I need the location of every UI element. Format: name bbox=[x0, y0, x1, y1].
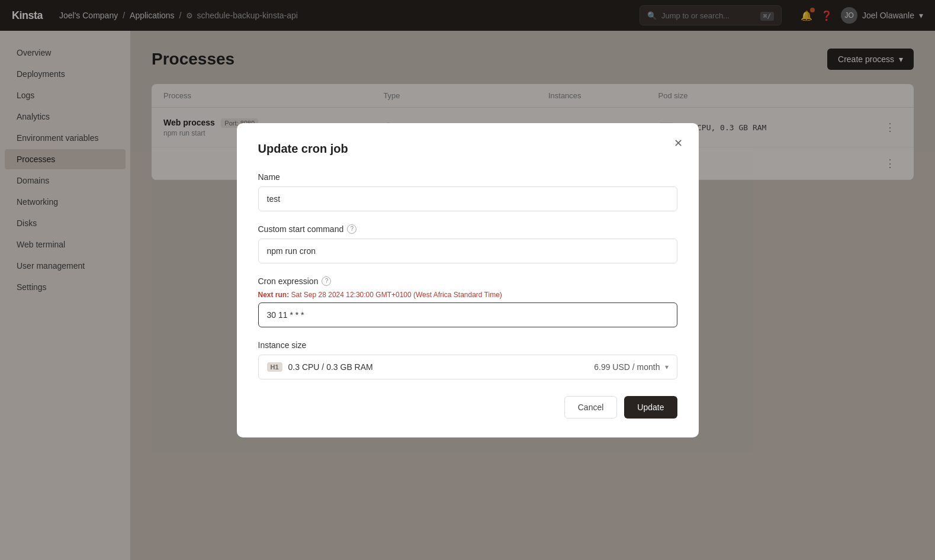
custom-start-command-input[interactable] bbox=[258, 239, 677, 263]
cancel-button[interactable]: Cancel bbox=[564, 396, 618, 419]
update-cron-modal: Update cron job ✕ Name Custom start comm… bbox=[237, 123, 699, 437]
cron-expression-label: Cron expression ? bbox=[258, 276, 677, 286]
cron-expression-group: Cron expression ? Next run: Sat Sep 28 2… bbox=[258, 276, 677, 327]
instance-price: 6.99 USD / month bbox=[594, 362, 660, 372]
name-label: Name bbox=[258, 172, 677, 182]
chevron-down-icon: ▾ bbox=[665, 363, 669, 371]
modal-footer: Cancel Update bbox=[258, 396, 677, 419]
modal-title: Update cron job bbox=[258, 142, 677, 156]
update-button[interactable]: Update bbox=[624, 396, 677, 419]
instance-tier-badge: H1 bbox=[267, 362, 282, 372]
custom-start-command-label: Custom start command ? bbox=[258, 224, 677, 234]
name-input[interactable] bbox=[258, 186, 677, 211]
main-content: Processes Create process ▾ Process Type … bbox=[130, 31, 935, 560]
next-run-label: Next run: Sat Sep 28 2024 12:30:00 GMT+0… bbox=[258, 291, 677, 299]
instance-size-group: Instance size H1 0.3 CPU / 0.3 GB RAM 6.… bbox=[258, 340, 677, 379]
instance-size-label: Instance size bbox=[258, 340, 677, 350]
help-icon-cron[interactable]: ? bbox=[322, 276, 331, 286]
custom-start-command-group: Custom start command ? bbox=[258, 224, 677, 263]
cron-expression-input[interactable] bbox=[258, 302, 677, 327]
name-field-group: Name bbox=[258, 172, 677, 211]
help-icon-command[interactable]: ? bbox=[347, 224, 356, 234]
modal-overlay: Update cron job ✕ Name Custom start comm… bbox=[0, 0, 935, 560]
layout: Overview Deployments Logs Analytics Envi… bbox=[0, 31, 935, 560]
instance-size-select[interactable]: H1 0.3 CPU / 0.3 GB RAM 6.99 USD / month… bbox=[258, 355, 677, 379]
instance-size-value: 0.3 CPU / 0.3 GB RAM bbox=[288, 362, 373, 372]
modal-close-button[interactable]: ✕ bbox=[670, 135, 687, 152]
